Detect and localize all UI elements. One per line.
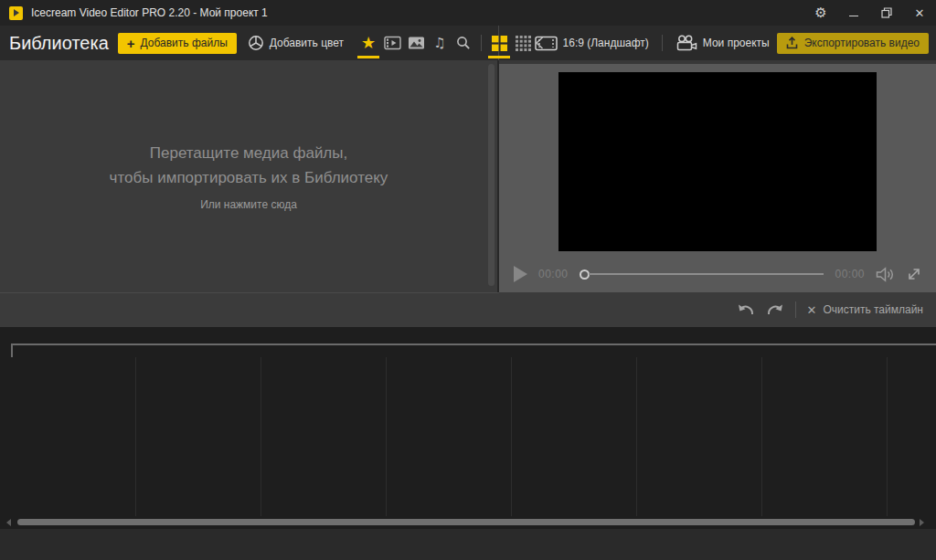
tab-favorites[interactable]: ★ — [356, 26, 380, 60]
settings-button[interactable]: ⚙ — [804, 0, 837, 26]
music-note-icon: ♫ — [433, 37, 445, 50]
add-files-button[interactable]: + Добавить файлы — [118, 33, 237, 54]
bottom-strip — [0, 529, 936, 560]
restore-button[interactable] — [870, 0, 903, 26]
my-projects-label: Мои проекты — [703, 37, 770, 49]
grid-small-icon — [516, 36, 531, 51]
upload-icon — [786, 37, 798, 49]
timeline-ruler — [11, 343, 936, 345]
dropzone-text-line2: чтобы импортировать их в Библиотеку — [110, 166, 388, 190]
add-color-button[interactable]: Добавить цвет — [248, 35, 344, 51]
star-icon: ★ — [361, 35, 376, 51]
add-color-label: Добавить цвет — [270, 37, 344, 49]
timeline-ruler-origin-tick — [11, 343, 13, 357]
image-icon — [408, 36, 425, 50]
project-toolbar: 16:9 (Ландшафт) Мои проекты Экспортирова… — [499, 26, 936, 60]
clear-timeline-button[interactable]: ✕ Очистить таймлайн — [807, 303, 923, 317]
toolbar-divider — [481, 35, 482, 51]
window-controls: ⚙ ✕ — [804, 0, 936, 26]
library-panel-title: Библиотека — [9, 33, 109, 54]
undo-icon — [737, 302, 755, 317]
plus-icon: + — [127, 37, 135, 50]
app-window: Icecream Video Editor PRO 2.20 - Мой про… — [0, 0, 936, 560]
tab-images[interactable] — [404, 26, 428, 60]
seek-bar[interactable] — [580, 266, 824, 282]
timeline-scrollbar-thumb[interactable] — [17, 519, 915, 525]
tab-videos[interactable] — [380, 26, 404, 60]
expand-icon — [907, 267, 921, 281]
total-time: 00:00 — [835, 268, 865, 280]
title-bar: Icecream Video Editor PRO 2.20 - Мой про… — [0, 0, 936, 26]
undo-button[interactable] — [737, 302, 755, 317]
export-video-button[interactable]: Экспортировать видео — [777, 33, 929, 54]
timeline-horizontal-scrollbar — [0, 518, 936, 526]
window-title: Icecream Video Editor PRO 2.20 - Мой про… — [31, 6, 268, 19]
timeline-grid-columns — [11, 357, 936, 516]
toolbar: Библиотека + Добавить файлы Добавить цве… — [0, 26, 936, 60]
export-video-label: Экспортировать видео — [804, 37, 920, 49]
player-controls: 00:00 00:00 — [499, 261, 936, 287]
volume-icon — [876, 267, 896, 282]
library-dropzone[interactable]: Перетащите медиа файлы, чтобы импортиров… — [0, 60, 499, 292]
add-files-label: Добавить файлы — [141, 37, 228, 49]
library-toolbar: Библиотека + Добавить файлы Добавить цве… — [0, 26, 499, 60]
play-icon — [514, 266, 527, 282]
close-icon: ✕ — [915, 6, 925, 20]
tab-audio[interactable]: ♫ — [428, 26, 452, 60]
redo-icon — [766, 302, 784, 317]
minimize-icon — [849, 16, 858, 16]
dropzone-text-line1: Перетащите медиа файлы, — [150, 142, 347, 165]
timeline-area[interactable] — [0, 327, 936, 529]
main-area: Перетащите медиа файлы, чтобы импортиров… — [0, 60, 936, 292]
search-icon — [456, 36, 471, 50]
seek-track[interactable] — [589, 273, 824, 275]
dropzone-hint: Или нажмите сюда — [200, 198, 297, 211]
movie-camera-icon — [675, 35, 697, 51]
restore-icon — [881, 7, 892, 18]
close-button[interactable]: ✕ — [903, 0, 936, 26]
current-time: 00:00 — [538, 268, 569, 280]
library-scrollbar[interactable] — [488, 64, 495, 286]
fullscreen-button[interactable] — [907, 267, 921, 281]
grid-large-icon — [492, 36, 507, 51]
timeline-toolbar-divider — [0, 292, 499, 293]
redo-button[interactable] — [766, 302, 784, 317]
aspect-ratio-button[interactable]: 16:9 (Ландшафт) — [535, 36, 649, 51]
gear-icon: ⚙ — [814, 5, 826, 21]
toolbar-divider-right — [662, 35, 663, 51]
preview-panel: 00:00 00:00 — [499, 60, 936, 292]
view-large-grid[interactable] — [487, 26, 511, 60]
scroll-right-arrow-icon[interactable] — [920, 519, 924, 526]
tab-search[interactable] — [452, 26, 475, 60]
clear-x-icon: ✕ — [807, 303, 817, 317]
volume-button[interactable] — [876, 267, 896, 282]
film-icon — [384, 36, 401, 50]
play-button[interactable] — [514, 266, 527, 282]
clear-timeline-label: Очистить таймлайн — [823, 303, 923, 316]
minimize-button[interactable] — [837, 0, 870, 26]
aspect-ratio-icon — [535, 36, 558, 51]
timeline-toolbar: ✕ Очистить таймлайн — [0, 292, 936, 327]
video-preview — [558, 72, 877, 251]
my-projects-button[interactable]: Мои проекты — [675, 35, 770, 51]
color-wheel-icon — [248, 35, 264, 51]
app-logo-icon — [9, 6, 23, 20]
timeline-toolbar-separator — [795, 301, 796, 318]
scroll-left-arrow-icon[interactable] — [6, 519, 11, 526]
view-small-grid[interactable] — [511, 26, 535, 60]
aspect-ratio-label: 16:9 (Ландшафт) — [563, 37, 649, 49]
